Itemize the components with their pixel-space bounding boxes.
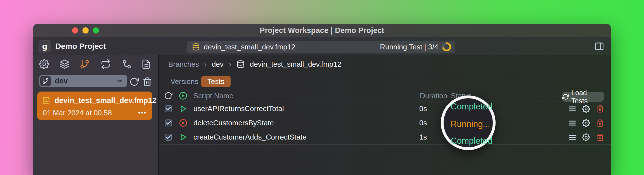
- title-bar: Project Workspace | Demo Project: [33, 24, 611, 37]
- test-menu-button[interactable]: [569, 133, 576, 141]
- test-settings-button[interactable]: [582, 105, 590, 113]
- divider: [159, 144, 611, 145]
- delete-branch-button[interactable]: [143, 77, 152, 85]
- database-icon: [192, 43, 200, 51]
- test-name: userAPIReturnsCorrectTotal: [193, 102, 284, 116]
- app-header: g Demo Project devin_test_small_dev.fmp1…: [33, 37, 611, 55]
- stop-test-button[interactable]: [179, 119, 187, 127]
- play-icon: [179, 105, 187, 113]
- docs-nav-button[interactable]: [141, 59, 151, 69]
- window-content: dev devin_test_small_dev.fmp12: [33, 55, 611, 175]
- gear-icon: [39, 59, 49, 69]
- play-circle-icon: [179, 92, 187, 100]
- breadcrumb-branches[interactable]: Branches: [168, 60, 199, 69]
- tab-versions[interactable]: Versions: [171, 73, 198, 90]
- divider: [444, 116, 493, 116]
- layers-nav-button[interactable]: [60, 59, 70, 69]
- tests-table-header: Script Name Duration Status Load Tests: [159, 90, 611, 102]
- test-checkbox[interactable]: [165, 119, 172, 126]
- git-branch-icon: [42, 78, 49, 84]
- sidebar: dev devin_test_small_dev.fmp12: [33, 55, 159, 175]
- version-menu-button[interactable]: •••: [138, 109, 147, 117]
- breadcrumb-separator: ›: [204, 61, 207, 68]
- chevron-down-icon: [116, 77, 123, 85]
- delete-test-button[interactable]: [596, 133, 604, 141]
- tab-tests[interactable]: Tests: [201, 76, 231, 87]
- run-test-button[interactable]: [179, 105, 187, 113]
- sync-nav-button[interactable]: [101, 59, 111, 69]
- test-duration: 1s: [419, 130, 427, 144]
- test-row: createCustomerAdds_CorrectState 1s: [159, 130, 611, 144]
- branch-select-value: dev: [55, 77, 112, 85]
- test-menu-button[interactable]: [569, 119, 576, 127]
- delete-test-button[interactable]: [596, 119, 604, 127]
- run-test-button[interactable]: [179, 133, 187, 141]
- settings-nav-button[interactable]: [39, 59, 49, 69]
- branch-select[interactable]: dev: [39, 75, 127, 87]
- test-name: createCustomerAdds_CorrectState: [193, 130, 307, 144]
- test-duration: 0s: [419, 102, 427, 116]
- gear-icon: [582, 105, 590, 113]
- sidebar-nav: [33, 55, 158, 73]
- run-status-text: Running Test | 3/4: [380, 43, 438, 51]
- refresh-icon: [129, 77, 139, 87]
- panel-toggle-icon: [594, 41, 605, 51]
- main-panel: Branches › dev › devin_test_small_dev.fm…: [159, 55, 611, 175]
- test-menu-button[interactable]: [569, 105, 576, 113]
- status-badge: Completed: [451, 102, 493, 112]
- window-title: Project Workspace | Demo Project: [33, 24, 611, 37]
- stop-circle-icon: [179, 119, 187, 127]
- trash-icon: [596, 105, 604, 113]
- breadcrumb-filename: devin_test_small_dev.fmp12: [250, 60, 342, 69]
- repeat-icon: [101, 59, 111, 69]
- column-script-name: Script Name: [193, 90, 233, 102]
- refresh-branches-button[interactable]: [129, 77, 139, 85]
- test-name: deleteCustomersByState: [193, 116, 274, 130]
- sync-icon: [562, 94, 569, 100]
- test-settings-button[interactable]: [582, 119, 590, 127]
- delete-test-button[interactable]: [596, 105, 604, 113]
- refresh-tests-button[interactable]: [164, 92, 172, 100]
- check-icon: [165, 134, 171, 140]
- app-window: Project Workspace | Demo Project g Demo …: [33, 24, 611, 175]
- database-icon: [42, 97, 50, 104]
- toggle-right-panel-button[interactable]: [594, 41, 605, 51]
- test-checkbox[interactable]: [165, 105, 172, 112]
- selected-version-card[interactable]: devin_test_small_dev.fmp12 01 Mar 2024 a…: [37, 92, 152, 120]
- run-all-tests-button[interactable]: [179, 92, 187, 100]
- tab-filename: devin_test_small_dev.fmp12: [204, 43, 295, 51]
- menu-icon: [569, 133, 576, 141]
- document-icon: [141, 59, 151, 69]
- git-fork-icon: [122, 59, 132, 69]
- test-row: deleteCustomersByState 0s: [159, 116, 611, 130]
- play-icon: [179, 133, 187, 141]
- trash-icon: [596, 133, 604, 141]
- commits-nav-button[interactable]: [122, 59, 132, 69]
- divider: [444, 131, 493, 131]
- status-badge: Completed: [451, 136, 493, 146]
- breadcrumb: Branches › dev › devin_test_small_dev.fm…: [168, 55, 341, 73]
- database-icon: [236, 60, 245, 68]
- load-tests-button[interactable]: Load Tests: [562, 92, 604, 102]
- refresh-icon: [164, 92, 172, 100]
- view-tabs: Versions Tests: [159, 73, 611, 90]
- branch-select-icon-box: [40, 76, 51, 86]
- breadcrumb-separator: ›: [229, 61, 231, 68]
- breadcrumb-branch-name[interactable]: dev: [212, 60, 224, 69]
- version-filename: devin_test_small_dev.fmp12: [55, 96, 156, 105]
- test-settings-button[interactable]: [582, 133, 590, 141]
- desktop-background: Project Workspace | Demo Project g Demo …: [0, 0, 644, 175]
- test-duration: 0s: [419, 116, 427, 130]
- column-duration: Duration: [420, 90, 447, 102]
- open-file-tab[interactable]: devin_test_small_dev.fmp12 Running Test …: [187, 41, 455, 53]
- test-checkbox[interactable]: [165, 134, 172, 141]
- status-magnifier-lens: Completed Running... Completed: [441, 95, 496, 150]
- progress-spinner-icon: [442, 42, 451, 51]
- gear-icon: [582, 133, 590, 141]
- git-branch-icon: [80, 59, 90, 69]
- status-badge: Running...: [451, 119, 490, 129]
- check-icon: [165, 120, 171, 126]
- layers-icon: [60, 59, 70, 69]
- check-icon: [165, 106, 171, 112]
- branches-nav-button[interactable]: [80, 59, 90, 69]
